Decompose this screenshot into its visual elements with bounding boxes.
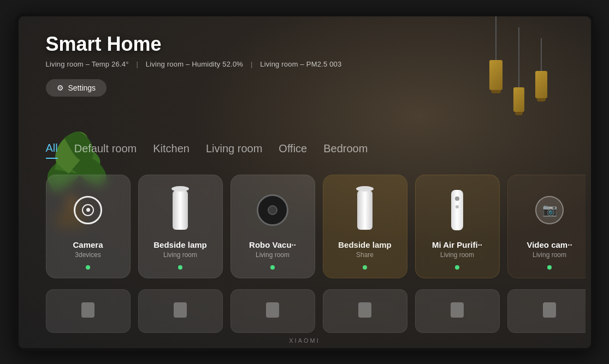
pm-status: Living room – PM2.5 003: [260, 60, 341, 68]
camera-name: Camera: [73, 240, 103, 250]
purifier-device-icon: [451, 190, 463, 230]
robo-status: [270, 265, 275, 270]
separator-1: |: [136, 60, 138, 68]
vidcam-status: [547, 265, 552, 270]
device-card-air-purifier[interactable]: Mi Air Purifi·· Living room: [415, 175, 500, 278]
lamp2-device-icon: [357, 190, 373, 230]
lamp2-name: Bedside lamp: [338, 240, 392, 250]
device-card-camera[interactable]: Camera 3devices: [46, 175, 131, 278]
lamp1-sub: Living room: [163, 251, 197, 259]
tv-frame: Smart Home Living room – Temp 26.4° | Li…: [15, 13, 594, 351]
lamp1-name: Bedside lamp: [153, 240, 207, 250]
lamp-bottom: [515, 112, 523, 115]
device-card-bedside-lamp-1[interactable]: Bedside lamp Living room: [138, 175, 223, 278]
tab-kitchen[interactable]: Kitchen: [153, 142, 190, 158]
tv-screen: Smart Home Living room – Temp 26.4° | Li…: [19, 16, 591, 348]
lamp2-status: [363, 265, 367, 270]
robo-name: Robo Vacu··: [249, 240, 296, 250]
settings-label: Settings: [68, 83, 96, 92]
camera-icon-container: [69, 186, 107, 235]
robo-vacuum-icon: [257, 194, 288, 226]
tab-office[interactable]: Office: [279, 142, 307, 158]
device-grid-row2: [46, 289, 586, 333]
room-tabs: All Default room Kitchen Living room Off…: [46, 142, 564, 159]
small-device-icon-3: [266, 302, 279, 318]
device-card-small-6[interactable]: [507, 289, 586, 333]
small-device-icon-5: [451, 302, 464, 318]
device-card-video-cam[interactable]: 📷 Video cam·· Living room: [507, 175, 586, 278]
humidity-status: Living room – Humidity 52.0%: [146, 60, 243, 68]
lamp2-icon-container: [346, 186, 384, 235]
settings-button[interactable]: ⚙ Settings: [46, 79, 107, 97]
small-device-icon-2: [174, 302, 187, 318]
purifier-sub: Living room: [440, 251, 474, 259]
tab-living-room[interactable]: Living room: [206, 142, 262, 158]
purifier-icon-container: [438, 186, 476, 235]
gear-icon: ⚙: [57, 83, 64, 92]
tab-all[interactable]: All: [46, 142, 58, 159]
lamp1-icon-container: [161, 186, 199, 235]
device-card-robo-vacuum[interactable]: Robo Vacu·· Living room: [230, 175, 315, 278]
header: Smart Home Living room – Temp 26.4° | Li…: [46, 33, 564, 97]
camera-status: [86, 265, 90, 270]
device-card-bedside-lamp-2[interactable]: Bedside lamp Share: [323, 175, 407, 278]
separator-2: |: [251, 60, 253, 68]
lamp-device-icon: [173, 190, 188, 230]
lamp-bottom: [537, 98, 546, 102]
camera-icon: [74, 196, 102, 224]
device-card-small-5[interactable]: [415, 289, 500, 333]
lamp1-status: [178, 265, 182, 270]
purifier-name: Mi Air Purifi··: [432, 240, 482, 250]
device-card-small-2[interactable]: [138, 289, 223, 333]
small-device-icon-4: [358, 302, 371, 318]
purifier-status: [455, 265, 459, 270]
device-card-small-1[interactable]: [46, 289, 131, 333]
device-card-small-3[interactable]: [230, 289, 315, 333]
small-device-icon-6: [543, 302, 556, 318]
camera-sub: 3devices: [75, 251, 100, 259]
brand-label: xiaomi: [289, 337, 320, 344]
vidcam-icon-container: 📷: [530, 186, 569, 235]
device-grid: Camera 3devices Bedside lamp Living room: [46, 175, 586, 278]
device-card-small-4[interactable]: [323, 289, 407, 333]
status-bar: Living room – Temp 26.4° | Living room –…: [46, 60, 564, 68]
vidcam-name: Video cam··: [527, 240, 572, 250]
lamp2-sub: Share: [356, 251, 374, 259]
tab-bedroom[interactable]: Bedroom: [323, 142, 368, 158]
robo-icon-container: [253, 186, 292, 235]
vidcam-sub: Living room: [533, 251, 566, 259]
temp-status: Living room – Temp 26.4°: [46, 60, 129, 68]
small-device-icon-1: [81, 302, 94, 318]
vidcam-device-icon: 📷: [535, 196, 564, 224]
app-title: Smart Home: [46, 33, 564, 56]
robo-sub: Living room: [256, 251, 289, 259]
tab-default-room[interactable]: Default room: [74, 142, 137, 158]
